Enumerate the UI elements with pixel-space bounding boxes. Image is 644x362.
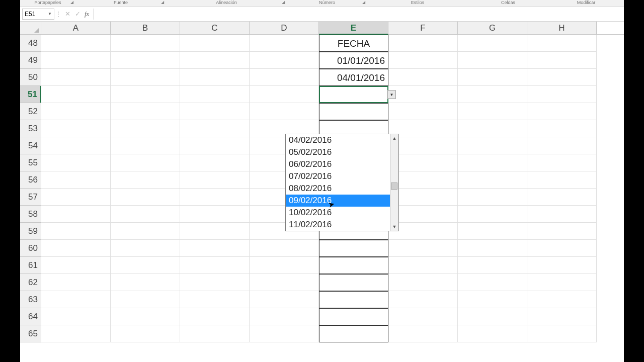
cell[interactable] bbox=[527, 223, 597, 240]
cell[interactable] bbox=[527, 86, 597, 103]
row-header[interactable]: 62 bbox=[20, 274, 41, 291]
cell[interactable] bbox=[319, 103, 388, 120]
cell[interactable] bbox=[111, 52, 180, 69]
cell[interactable] bbox=[458, 274, 527, 291]
dropdown-item[interactable]: 10/02/2016 bbox=[286, 207, 390, 219]
dialog-launcher-icon[interactable]: ◢ bbox=[282, 0, 285, 5]
cell[interactable] bbox=[111, 154, 180, 171]
cell[interactable] bbox=[527, 52, 597, 69]
cell[interactable] bbox=[527, 325, 597, 342]
row-header[interactable]: 50 bbox=[20, 69, 41, 86]
name-box[interactable]: E51 ▼ bbox=[22, 9, 54, 20]
cell[interactable] bbox=[41, 171, 111, 189]
fx-icon[interactable]: fx bbox=[85, 10, 89, 18]
cell[interactable] bbox=[388, 274, 458, 291]
dropdown-item[interactable]: 09/02/2016 bbox=[286, 195, 390, 207]
scroll-thumb[interactable] bbox=[391, 183, 397, 190]
dialog-launcher-icon[interactable]: ◢ bbox=[70, 0, 73, 5]
cell[interactable] bbox=[41, 325, 111, 342]
dropdown-item[interactable]: 05/02/2016 bbox=[286, 146, 390, 158]
cell[interactable] bbox=[388, 291, 458, 308]
cell[interactable] bbox=[458, 69, 527, 86]
chevron-down-icon[interactable]: ▼ bbox=[48, 12, 52, 16]
cell[interactable] bbox=[41, 103, 111, 120]
cell[interactable] bbox=[250, 86, 319, 103]
row-header[interactable]: 59 bbox=[20, 223, 41, 240]
cell[interactable] bbox=[180, 206, 250, 223]
cell[interactable] bbox=[41, 240, 111, 257]
dropdown-item[interactable]: 08/02/2016 bbox=[286, 183, 390, 195]
cell[interactable] bbox=[388, 103, 458, 120]
cell[interactable] bbox=[180, 171, 250, 189]
cell[interactable] bbox=[250, 291, 319, 308]
row-header[interactable]: 55 bbox=[20, 154, 41, 171]
row-header[interactable]: 63 bbox=[20, 291, 41, 308]
cell[interactable] bbox=[388, 325, 458, 342]
cell[interactable] bbox=[111, 137, 180, 154]
dialog-launcher-icon[interactable]: ◢ bbox=[362, 0, 365, 5]
row-header[interactable]: 51 bbox=[20, 86, 41, 103]
dialog-launcher-icon[interactable]: ◢ bbox=[161, 0, 164, 5]
cell[interactable] bbox=[180, 257, 250, 274]
cell[interactable] bbox=[458, 240, 527, 257]
cell[interactable] bbox=[388, 308, 458, 325]
cell[interactable] bbox=[180, 120, 250, 137]
cell[interactable] bbox=[250, 35, 319, 52]
cell[interactable] bbox=[319, 291, 388, 308]
cell[interactable] bbox=[458, 35, 527, 52]
cell[interactable] bbox=[41, 154, 111, 171]
cell[interactable] bbox=[180, 86, 250, 103]
cell[interactable] bbox=[458, 223, 527, 240]
cell[interactable] bbox=[458, 325, 527, 342]
cell[interactable] bbox=[180, 240, 250, 257]
cell[interactable] bbox=[180, 291, 250, 308]
cell[interactable] bbox=[388, 35, 458, 52]
column-header-e[interactable]: E bbox=[319, 22, 388, 35]
spreadsheet-grid[interactable]: A B C D E F G H 48FECHA4901/01/20165004/… bbox=[20, 22, 624, 342]
row-header[interactable]: 64 bbox=[20, 308, 41, 325]
cell[interactable] bbox=[250, 52, 319, 69]
cell[interactable] bbox=[250, 274, 319, 291]
dropdown-item[interactable]: 11/02/2016 bbox=[286, 219, 390, 231]
cell[interactable] bbox=[111, 120, 180, 137]
scroll-down-icon[interactable]: ▼ bbox=[392, 223, 397, 231]
cell[interactable] bbox=[41, 35, 111, 52]
cell[interactable] bbox=[111, 291, 180, 308]
column-header-b[interactable]: B bbox=[111, 22, 180, 34]
cell[interactable] bbox=[180, 69, 250, 86]
cell[interactable] bbox=[111, 274, 180, 291]
cell[interactable] bbox=[458, 86, 527, 103]
row-header[interactable]: 53 bbox=[20, 120, 41, 137]
cell[interactable] bbox=[111, 86, 180, 103]
cell[interactable] bbox=[527, 103, 597, 120]
cell[interactable] bbox=[388, 69, 458, 86]
cell[interactable] bbox=[41, 137, 111, 154]
cell[interactable] bbox=[41, 69, 111, 86]
row-header[interactable]: 61 bbox=[20, 257, 41, 274]
data-validation-dropdown[interactable]: 04/02/201605/02/201606/02/201607/02/2016… bbox=[285, 134, 399, 231]
cell[interactable] bbox=[180, 154, 250, 171]
cell[interactable] bbox=[250, 240, 319, 257]
cell[interactable] bbox=[319, 274, 388, 291]
cell[interactable] bbox=[41, 120, 111, 137]
row-header[interactable]: 52 bbox=[20, 103, 41, 120]
cell[interactable] bbox=[388, 86, 458, 103]
cell[interactable] bbox=[41, 274, 111, 291]
cell[interactable] bbox=[41, 291, 111, 308]
cell[interactable] bbox=[111, 189, 180, 206]
dropdown-scrollbar[interactable]: ▲ ▼ bbox=[390, 134, 398, 231]
cell[interactable] bbox=[180, 274, 250, 291]
row-header[interactable]: 48 bbox=[20, 35, 41, 52]
cell[interactable] bbox=[41, 308, 111, 325]
cell[interactable]: ▼ bbox=[319, 86, 388, 103]
cell[interactable] bbox=[458, 171, 527, 189]
cell[interactable] bbox=[41, 206, 111, 223]
column-header-a[interactable]: A bbox=[41, 22, 111, 34]
cell[interactable] bbox=[527, 206, 597, 223]
row-header[interactable]: 58 bbox=[20, 206, 41, 223]
scroll-up-icon[interactable]: ▲ bbox=[392, 134, 397, 142]
cell[interactable] bbox=[458, 154, 527, 171]
cell[interactable] bbox=[180, 189, 250, 206]
column-header-h[interactable]: H bbox=[527, 22, 597, 34]
cell[interactable] bbox=[527, 35, 597, 52]
